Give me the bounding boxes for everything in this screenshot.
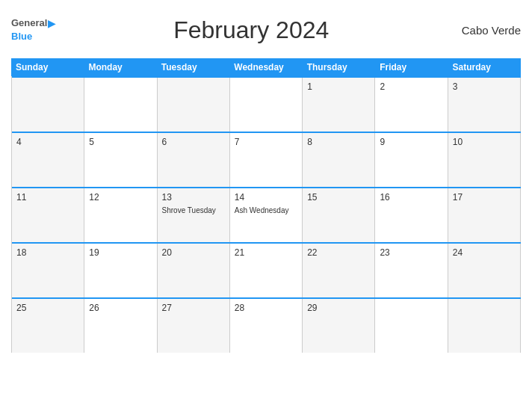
cell-w3-wed: 14 Ash Wednesday	[230, 188, 303, 242]
cell-w5-tue: 27	[158, 299, 230, 353]
cell-w1-fri: 2	[375, 78, 448, 132]
logo-arrow-icon: ▶	[48, 18, 56, 29]
cell-w3-mon: 12	[84, 188, 157, 242]
cell-w2-thu: 8	[303, 133, 375, 187]
cell-w2-tue: 6	[158, 133, 230, 187]
calendar-week-1: 1 2 3	[12, 76, 521, 132]
cell-w5-thu: 29	[303, 299, 375, 353]
cell-w3-fri: 16	[375, 188, 448, 242]
day-header-thursday: Thursday	[303, 58, 375, 76]
cell-w5-fri	[375, 299, 448, 353]
calendar-title: February 2024	[56, 16, 446, 44]
cell-w3-sun: 11	[12, 188, 84, 242]
calendar-week-5: 25 26 27 28 29	[12, 297, 521, 353]
cell-w4-sat: 24	[448, 244, 521, 297]
cell-w1-wed	[230, 78, 303, 132]
country-label: Cabo Verde	[446, 24, 521, 37]
cell-w4-sun: 18	[12, 244, 84, 297]
cell-w2-sat: 10	[448, 133, 521, 187]
cell-w4-wed: 21	[230, 244, 303, 297]
cell-w5-sun: 25	[12, 299, 84, 353]
cell-w1-sat: 3	[448, 78, 521, 132]
cell-w4-fri: 23	[375, 244, 448, 297]
event-ash-wednesday: Ash Wednesday	[235, 206, 297, 215]
logo: General ▶ Blue	[11, 18, 56, 43]
cell-w2-sun: 4	[12, 133, 84, 187]
day-header-wednesday: Wednesday	[229, 58, 302, 76]
cell-w4-tue: 20	[158, 244, 230, 297]
cell-w1-mon	[84, 78, 157, 132]
cell-w1-tue	[158, 78, 230, 132]
logo-general-text: General	[11, 18, 47, 28]
cell-w5-mon: 26	[84, 299, 157, 353]
cell-w4-thu: 22	[303, 244, 375, 297]
cell-w5-wed: 28	[230, 299, 303, 353]
calendar-container: General ▶ Blue February 2024 Cabo Verde …	[0, 0, 532, 411]
day-header-saturday: Saturday	[448, 58, 521, 76]
cell-w4-mon: 19	[84, 244, 157, 297]
calendar-grid: 1 2 3 4 5 6 7 8 9 10 11 12 13 Shrove Tue…	[11, 76, 521, 353]
calendar-week-4: 18 19 20 21 22 23 24	[12, 242, 521, 297]
day-header-monday: Monday	[84, 58, 156, 76]
cell-w3-thu: 15	[303, 188, 375, 242]
cell-w2-mon: 5	[84, 133, 157, 187]
day-header-tuesday: Tuesday	[157, 58, 229, 76]
cell-w2-fri: 9	[375, 133, 448, 187]
logo-blue-text: Blue	[11, 31, 32, 42]
cell-w1-thu: 1	[303, 78, 375, 132]
calendar-header: General ▶ Blue February 2024 Cabo Verde	[11, 7, 521, 52]
cell-w1-sun	[12, 78, 84, 132]
cell-w3-tue: 13 Shrove Tuesday	[158, 188, 230, 242]
day-header-friday: Friday	[375, 58, 448, 76]
cell-w3-sat: 17	[448, 188, 521, 242]
cell-w5-sat	[448, 299, 521, 353]
day-headers-row: Sunday Monday Tuesday Wednesday Thursday…	[11, 58, 521, 76]
event-shrove-tuesday: Shrove Tuesday	[162, 206, 225, 215]
calendar-week-3: 11 12 13 Shrove Tuesday 14 Ash Wednesday…	[12, 187, 521, 242]
day-header-sunday: Sunday	[11, 58, 84, 76]
calendar-week-2: 4 5 6 7 8 9 10	[12, 132, 521, 187]
cell-w2-wed: 7	[230, 133, 303, 187]
